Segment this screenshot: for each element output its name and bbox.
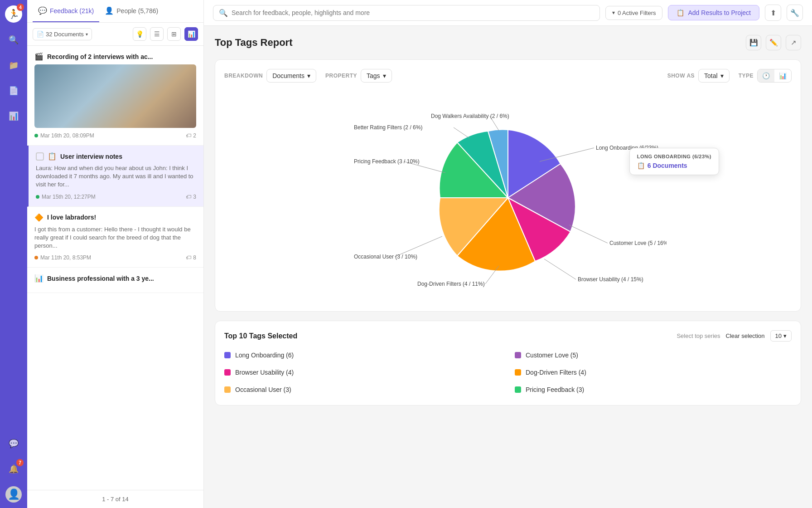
report-header-actions: 💾 ✏️ ↗ <box>746 35 801 50</box>
item-date: Mar 16th 20, 08:09PM <box>34 132 94 139</box>
top-count-select[interactable]: 10 ▾ <box>770 330 792 342</box>
svg-text:Dog Walkers Availability (2 / : Dog Walkers Availability (2 / 6%) <box>431 113 509 119</box>
nav-chart-icon[interactable]: 📊 <box>5 108 22 124</box>
left-nav: 🏃 4 🔍 📁 📄 📊 💬 🔔 7 👤 <box>0 0 27 508</box>
svg-line-4 <box>544 259 576 279</box>
item-title: Recording of 2 interviews with ac... <box>47 53 196 60</box>
list-item[interactable]: 📊 Business professional with a 3 ye... <box>27 268 203 293</box>
main-content: 🔍 ▾ 0 Active Filters 📋 Add Results to Pr… <box>204 0 812 508</box>
view-grid-btn[interactable]: ⊞ <box>167 27 181 41</box>
nav-notification-badge: 7 <box>16 459 24 466</box>
item-header: 📊 Business professional with a 3 ye... <box>34 274 196 283</box>
table-title: Top 10 Tags Selected <box>224 332 297 340</box>
tag-color <box>224 352 231 358</box>
nav-folder-icon[interactable]: 📁 <box>5 57 22 73</box>
search-icon: 🔍 <box>219 9 228 17</box>
report-title: Top Tags Report <box>215 37 293 49</box>
breakdown-label: BREAKDOWN <box>224 73 263 79</box>
svg-text:Browser Usability (4 / 15%): Browser Usability (4 / 15%) <box>578 276 643 283</box>
top-count-chevron: ▾ <box>783 332 787 339</box>
report-area: Top Tags Report 💾 ✏️ ↗ BREAKDOWN Documen… <box>204 26 812 508</box>
breakdown-select[interactable]: Documents ▾ <box>266 69 316 83</box>
svg-text:Long Onboarding (6/23%): Long Onboarding (6/23%) <box>596 145 658 151</box>
item-footer: Mar 15th 20, 12:27PM 🏷 3 <box>36 194 196 200</box>
chart-controls: BREAKDOWN Documents ▾ PROPERTY Tags ▾ SH… <box>224 69 792 83</box>
tag-color <box>224 369 231 376</box>
item-icon-recording: 🎬 <box>34 52 44 61</box>
item-date: Mar 15th 20, 12:27PM <box>36 194 96 200</box>
nav-document-icon[interactable]: 📄 <box>5 83 22 99</box>
active-filters-btn[interactable]: ▾ 0 Active Filters <box>605 6 663 20</box>
breakdown-group: BREAKDOWN Documents ▾ <box>224 69 316 83</box>
table-header: Top 10 Tags Selected Select top series C… <box>224 330 792 342</box>
doc-count-btn[interactable]: 📄 32 Documents ▾ <box>33 28 92 40</box>
item-header: 📋 User interview notes <box>36 152 196 161</box>
clear-selection-btn[interactable]: Clear selection <box>726 332 765 339</box>
item-title: User interview notes <box>60 153 196 160</box>
nav-logo[interactable]: 🏃 4 <box>5 5 22 23</box>
table-actions: Select top series Clear selection 10 ▾ <box>677 330 792 342</box>
select-top-series-btn[interactable]: Select top series <box>677 332 720 339</box>
item-checkbox[interactable] <box>36 152 44 161</box>
status-dot <box>34 256 38 259</box>
breakdown-chevron: ▾ <box>307 72 310 79</box>
tag-name: Customer Love (5) <box>526 352 578 359</box>
status-dot <box>36 195 39 199</box>
save-report-btn[interactable]: 💾 <box>746 35 761 50</box>
nav-search-icon[interactable]: 🔍 <box>5 32 22 48</box>
type-label: TYPE <box>739 73 754 79</box>
tag-row: Customer Love (5) <box>515 349 792 361</box>
item-footer: Mar 16th 20, 08:09PM 🏷 2 <box>34 132 196 139</box>
pie-chart: Long Onboarding (6/23%) Customer Love (5… <box>349 103 667 293</box>
svg-text:Pricing Feedback (3 / 10%): Pricing Feedback (3 / 10%) <box>354 158 420 165</box>
pie-chart-container: Long Onboarding (6/23%) Customer Love (5… <box>224 93 792 302</box>
type-pie-btn[interactable]: 🕐 <box>758 69 774 82</box>
list-item[interactable]: 🎬 Recording of 2 interviews with ac... M… <box>27 46 203 146</box>
tag-name: Dog-Driven Filters (4) <box>526 369 586 376</box>
sidebar-pagination: 1 - 7 of 14 <box>27 490 203 508</box>
item-header: 🎬 Recording of 2 interviews with ac... <box>34 52 196 61</box>
view-list-btn[interactable]: ☰ <box>150 27 164 41</box>
list-item[interactable]: 📋 User interview notes Laura: How and wh… <box>27 146 203 207</box>
tag-color <box>224 386 231 393</box>
svg-line-12 <box>454 127 469 138</box>
nav-avatar[interactable]: 👤 <box>5 486 22 503</box>
settings-btn[interactable]: 🔧 <box>787 5 803 21</box>
tab-feedback[interactable]: 💬 Feedback (21k) <box>33 0 99 22</box>
feedback-tab-icon: 💬 <box>38 6 47 15</box>
tag-color <box>515 369 521 376</box>
topbar: 🔍 ▾ 0 Active Filters 📋 Add Results to Pr… <box>204 0 812 26</box>
add-results-btn[interactable]: 📋 Add Results to Project <box>668 5 759 20</box>
property-select[interactable]: Tags ▾ <box>361 69 392 83</box>
share-report-btn[interactable]: ↗ <box>786 35 801 50</box>
edit-report-btn[interactable]: ✏️ <box>766 35 781 50</box>
doc-count-icon: 📄 <box>37 31 44 38</box>
tag-row: Browser Usability (4) <box>224 366 501 379</box>
tag-row: Long Onboarding (6) <box>224 349 501 361</box>
type-group: TYPE 🕐 📊 <box>739 69 792 83</box>
tag-row: Occasional User (3) <box>224 383 501 396</box>
sidebar-tabs: 💬 Feedback (21k) 👤 People (5,786) <box>27 0 203 23</box>
tag-name: Occasional User (3) <box>235 386 291 393</box>
report-header: Top Tags Report 💾 ✏️ ↗ <box>215 35 801 50</box>
svg-line-2 <box>569 225 608 243</box>
sidebar-list: 🎬 Recording of 2 interviews with ac... M… <box>27 46 203 490</box>
tag-color <box>515 352 521 358</box>
item-image <box>34 64 196 128</box>
nav-feedback-icon[interactable]: 💬 <box>5 435 22 452</box>
view-chart-btn[interactable]: 📊 <box>184 27 198 41</box>
show-as-select[interactable]: Total ▾ <box>698 69 730 83</box>
item-icon-notes: 📋 <box>48 152 57 161</box>
upload-btn[interactable]: ⬆ <box>765 5 781 21</box>
view-highlight-btn[interactable]: 💡 <box>133 27 146 41</box>
item-tags: 🏷 8 <box>186 254 196 261</box>
show-as-label: SHOW AS <box>667 73 695 79</box>
list-item[interactable]: 🔶 I love labradors! I got this from a cu… <box>27 207 203 268</box>
status-dot <box>34 134 38 137</box>
item-header: 🔶 I love labradors! <box>34 213 196 222</box>
type-bar-btn[interactable]: 📊 <box>774 69 791 82</box>
item-icon-business: 📊 <box>34 274 44 283</box>
search-input[interactable] <box>232 9 594 16</box>
item-footer: Mar 11th 20, 8:53PM 🏷 8 <box>34 254 196 261</box>
tab-people[interactable]: 👤 People (5,786) <box>99 0 164 22</box>
